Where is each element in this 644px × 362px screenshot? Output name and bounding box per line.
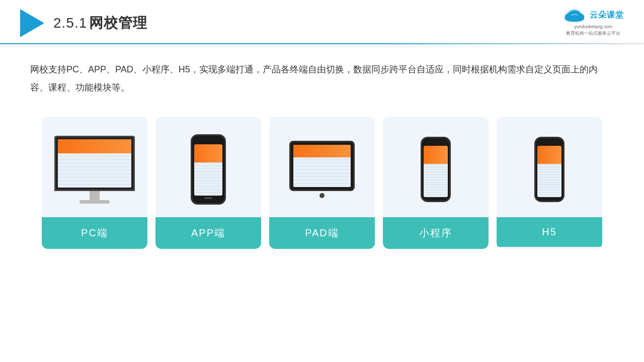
card-miniapp: 小程序 — [383, 117, 489, 249]
brand-logo: 云朵课堂 yunduoketang.com 教育机构一站式服务云平台 — [562, 7, 624, 36]
card-miniapp-image — [383, 117, 489, 217]
logo-triangle-icon — [20, 9, 44, 37]
card-pad-image — [269, 117, 375, 217]
cards-container: PC端 APP端 PAD端 — [0, 107, 644, 264]
card-pc-label: PC端 — [42, 217, 147, 249]
brand-logo-icon: 云朵课堂 — [562, 7, 624, 23]
card-pad: PAD端 — [269, 117, 375, 249]
card-pc: PC端 — [42, 117, 147, 249]
card-app: APP端 — [155, 117, 261, 249]
cloud-icon — [562, 7, 587, 23]
pc-monitor-icon — [54, 136, 135, 204]
miniapp-phone-icon — [421, 137, 451, 202]
description-text: 网校支持PC、APP、PAD、小程序、H5，实现多端打通，产品各终端自由切换，数… — [0, 44, 644, 107]
h5-phone-icon — [534, 137, 565, 202]
card-pc-image — [42, 117, 147, 217]
card-pad-label: PAD端 — [269, 217, 375, 249]
card-h5-image — [497, 117, 602, 217]
card-app-image — [155, 117, 261, 217]
brand-name: 云朵课堂 — [590, 10, 624, 21]
brand-tagline: yunduoketang.com 教育机构一站式服务云平台 — [566, 24, 620, 36]
page-title: 2.5.1网校管理 — [53, 14, 147, 33]
card-app-label: APP端 — [155, 217, 261, 249]
card-h5: H5 — [497, 117, 602, 249]
card-h5-label: H5 — [497, 217, 602, 247]
svg-point-6 — [565, 15, 584, 22]
card-miniapp-label: 小程序 — [383, 217, 489, 249]
header: 2.5.1网校管理 云朵课堂 yunduoketang.com 教育机构一站式服… — [0, 0, 644, 37]
pad-tablet-icon — [289, 141, 355, 198]
app-phone-icon — [191, 134, 226, 205]
